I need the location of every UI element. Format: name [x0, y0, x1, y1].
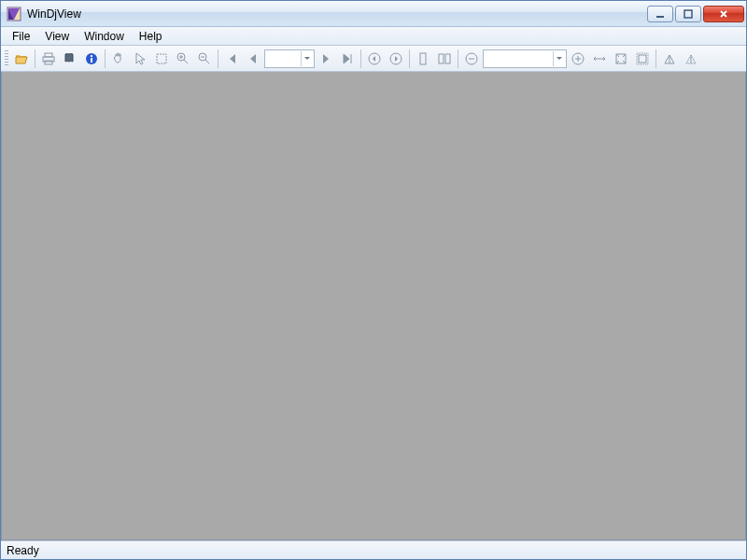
menu-view[interactable]: View [37, 28, 77, 45]
facing-icon [434, 49, 455, 69]
back-icon [364, 49, 385, 69]
first-page-icon [221, 49, 242, 69]
actual-size-icon [632, 49, 653, 69]
find-icon[interactable] [60, 49, 80, 69]
svg-rect-14 [420, 53, 426, 64]
pan-icon [108, 49, 129, 69]
page-dropdown[interactable] [264, 49, 315, 68]
statusbar: Ready [1, 540, 746, 559]
document-area [1, 72, 746, 540]
next-page-icon [316, 49, 336, 69]
window-title: WinDjView [27, 7, 647, 21]
close-button[interactable] [703, 6, 744, 22]
zoom-out-icon [194, 49, 215, 69]
separator [35, 49, 35, 68]
svg-rect-3 [45, 53, 52, 57]
svg-rect-1 [656, 16, 664, 18]
separator [218, 49, 218, 68]
menubar: File View Window Help [1, 27, 746, 46]
svg-rect-8 [91, 58, 92, 63]
app-icon [7, 7, 21, 21]
minimize-button[interactable] [647, 6, 673, 22]
open-icon[interactable] [11, 49, 32, 69]
svg-rect-20 [639, 55, 646, 63]
svg-rect-2 [684, 10, 692, 18]
menu-window[interactable]: Window [77, 28, 132, 45]
single-page-icon [413, 49, 433, 69]
last-page-icon [337, 49, 358, 69]
separator [360, 49, 361, 68]
zoom-in-2-icon [568, 49, 588, 69]
toolbar [1, 46, 746, 72]
separator [409, 49, 410, 68]
toolbar-grip [5, 50, 8, 67]
rotate-left-icon [659, 49, 680, 69]
window-controls [647, 6, 744, 22]
titlebar: WinDjView [1, 1, 746, 27]
separator [458, 49, 458, 68]
zoom-out-2-icon [461, 49, 482, 69]
svg-rect-15 [439, 54, 444, 63]
fit-width-icon [589, 49, 610, 69]
menu-file[interactable]: File [5, 28, 37, 45]
select-icon [130, 49, 150, 69]
zoom-in-icon [173, 49, 193, 69]
fit-page-icon [611, 49, 631, 69]
separator [655, 49, 656, 68]
rotate-right-icon [681, 49, 701, 69]
info-icon[interactable] [81, 49, 102, 69]
chevron-down-icon [553, 51, 564, 66]
maximize-button[interactable] [675, 6, 701, 22]
print-icon [38, 49, 59, 69]
marquee-icon [151, 49, 172, 69]
prev-page-icon [243, 49, 263, 69]
svg-rect-7 [91, 55, 92, 57]
separator [105, 49, 106, 68]
svg-rect-16 [445, 54, 450, 63]
forward-icon [386, 49, 406, 69]
status-text: Ready [7, 544, 39, 557]
chevron-down-icon [301, 51, 312, 66]
zoom-dropdown[interactable] [483, 49, 567, 68]
menu-help[interactable]: Help [132, 28, 170, 45]
svg-rect-9 [157, 54, 166, 63]
